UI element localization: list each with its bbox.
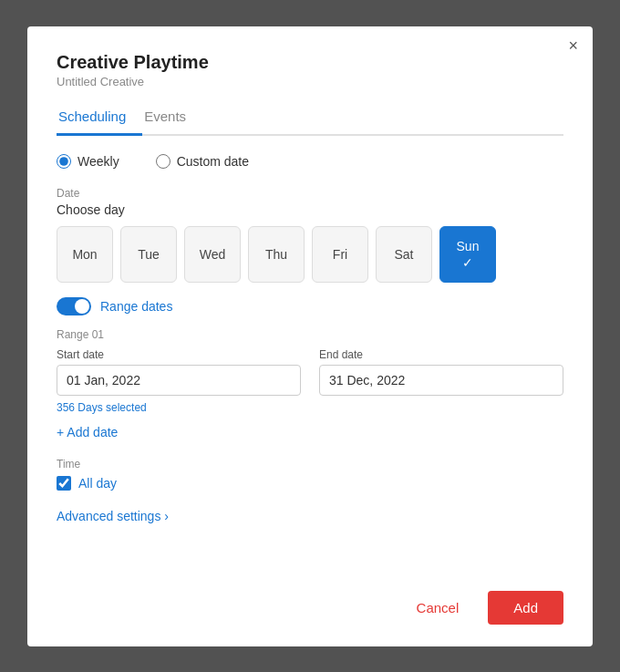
close-button[interactable]: ×: [568, 37, 578, 54]
range-section: Range 01 Start date End date 356 Days se…: [57, 328, 563, 458]
add-button[interactable]: Add: [488, 591, 563, 625]
range-dates-toggle[interactable]: [57, 297, 91, 315]
date-row: Start date End date: [57, 348, 563, 396]
range-dates-toggle-row: Range dates: [57, 297, 563, 315]
modal-overlay: × Creative Playtime Untitled Creative Sc…: [0, 0, 620, 672]
days-selected-badge: 356 Days selected: [57, 401, 563, 414]
date-section: Date Choose day Mon Tue Wed Thu Fri Sat …: [57, 187, 563, 297]
day-btn-sun-check: ✓: [462, 255, 473, 270]
weekly-label: Weekly: [78, 154, 119, 169]
end-date-input[interactable]: [319, 365, 563, 396]
allday-row: All day: [57, 476, 563, 491]
end-date-label: End date: [319, 348, 563, 361]
day-buttons-group: Mon Tue Wed Thu Fri Sat Sun ✓: [57, 226, 563, 283]
day-btn-sun[interactable]: Sun ✓: [439, 226, 496, 283]
tab-bar: Scheduling Events: [57, 101, 563, 136]
day-btn-tue[interactable]: Tue: [120, 226, 177, 283]
day-btn-mon[interactable]: Mon: [57, 226, 113, 283]
cancel-button[interactable]: Cancel: [398, 591, 478, 625]
modal-dialog: × Creative Playtime Untitled Creative Sc…: [27, 26, 593, 646]
choose-day-label: Choose day: [57, 202, 563, 217]
range-title: Range 01: [57, 328, 563, 341]
modal-footer: Cancel Add: [57, 573, 563, 625]
day-btn-wed[interactable]: Wed: [184, 226, 241, 283]
modal-title: Creative Playtime: [57, 52, 563, 73]
range-dates-toggle-label: Range dates: [100, 299, 172, 314]
day-btn-fri[interactable]: Fri: [312, 226, 368, 283]
start-date-input[interactable]: [57, 365, 301, 396]
custom-date-label: Custom date: [177, 154, 249, 169]
date-section-label: Date: [57, 187, 563, 200]
start-date-label: Start date: [57, 348, 301, 361]
tab-scheduling[interactable]: Scheduling: [57, 101, 142, 136]
weekly-radio-label[interactable]: Weekly: [57, 154, 119, 169]
custom-date-radio-label[interactable]: Custom date: [156, 154, 249, 169]
add-date-button[interactable]: + Add date: [57, 425, 118, 439]
allday-checkbox[interactable]: [57, 476, 71, 491]
advanced-settings-link[interactable]: Advanced settings ›: [57, 509, 563, 523]
custom-date-radio[interactable]: [156, 154, 170, 169]
start-date-field: Start date: [57, 348, 301, 396]
allday-label: All day: [78, 476, 117, 491]
weekly-radio[interactable]: [57, 154, 71, 169]
tab-events[interactable]: Events: [142, 101, 202, 136]
time-section-label: Time: [57, 458, 563, 470]
day-btn-thu[interactable]: Thu: [248, 226, 305, 283]
modal-subtitle: Untitled Creative: [57, 75, 563, 88]
time-section: Time All day: [57, 458, 563, 491]
day-btn-sat[interactable]: Sat: [376, 226, 432, 283]
recurrence-radio-group: Weekly Custom date: [57, 154, 563, 169]
end-date-field: End date: [319, 348, 563, 396]
day-btn-sun-label: Sun: [457, 239, 480, 253]
